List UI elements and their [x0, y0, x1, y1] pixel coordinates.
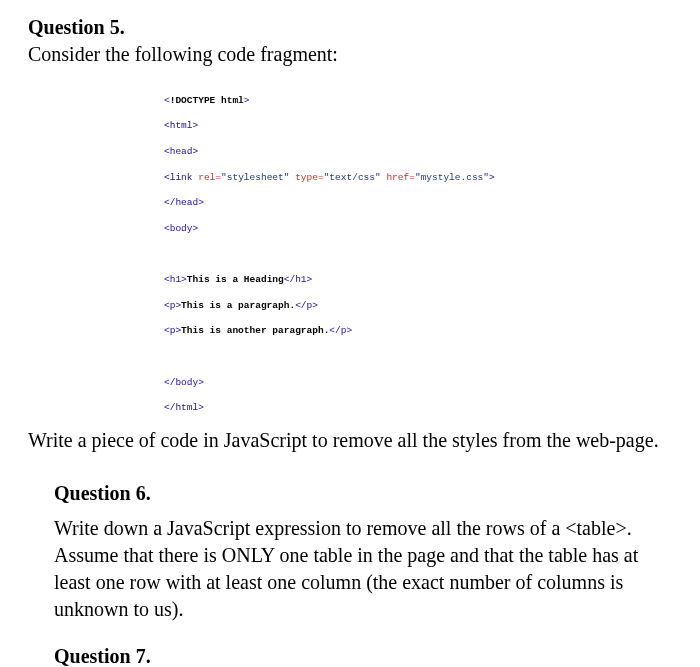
- question-5-heading: Question 5.: [28, 16, 672, 39]
- code-line: </html>: [164, 402, 672, 415]
- question-6-body: Write down a JavaScript expression to re…: [54, 515, 672, 623]
- code-line: <body>: [164, 223, 672, 236]
- question-7: Question 7. Develop a JavaScript functio…: [28, 645, 672, 667]
- code-fragment: <!DOCTYPE html> <html> <head> <link rel=…: [164, 82, 672, 415]
- code-line: <h1>This is a Heading</h1>: [164, 274, 672, 287]
- code-line: <p>This is another paragraph.</p>: [164, 325, 672, 338]
- question-5: Question 5. Consider the following code …: [28, 16, 672, 454]
- question-5-body: Write a piece of code in JavaScript to r…: [28, 427, 672, 454]
- question-5-intro: Consider the following code fragment:: [28, 43, 672, 66]
- question-6: Question 6. Write down a JavaScript expr…: [28, 482, 672, 623]
- code-line: </body>: [164, 377, 672, 390]
- code-line: </head>: [164, 197, 672, 210]
- code-line: <link rel="stylesheet" type="text/css" h…: [164, 172, 672, 185]
- code-line: <!DOCTYPE html>: [164, 95, 672, 108]
- code-line: [164, 249, 672, 262]
- question-7-heading: Question 7.: [54, 645, 672, 667]
- code-line: <html>: [164, 120, 672, 133]
- code-line: <p>This is a paragraph.</p>: [164, 300, 672, 313]
- code-line: [164, 351, 672, 364]
- code-line: <head>: [164, 146, 672, 159]
- question-6-heading: Question 6.: [54, 482, 672, 505]
